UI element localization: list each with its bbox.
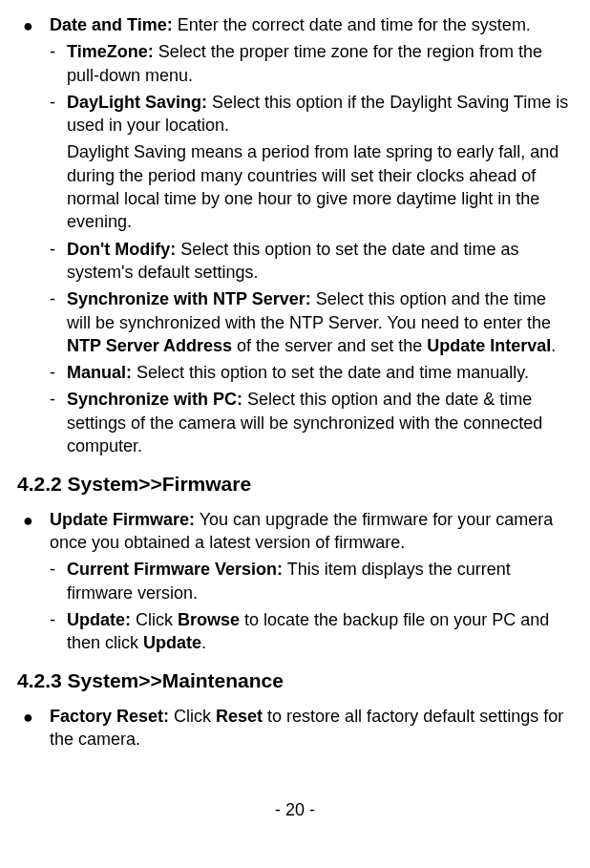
ntp-text-mid: of the server and set the — [232, 336, 427, 355]
daylight-item: - DayLight Saving: Select this option if… — [50, 91, 573, 138]
date-time-label-bold: Date and Time: — [50, 15, 173, 34]
update-firmware-label: Update Firmware: — [50, 510, 195, 529]
ntp-text-after: . — [551, 336, 556, 355]
timezone-text: TimeZone: Select the proper time zone fo… — [67, 40, 573, 87]
ntp-item: - Synchronize with NTP Server: Select th… — [50, 287, 573, 357]
dash-icon: - — [50, 361, 67, 384]
dont-modify-item: - Don't Modify: Select this option to se… — [50, 238, 573, 285]
factory-reset-text-before: Click — [169, 707, 216, 726]
update-bold1: Browse — [178, 610, 240, 629]
manual-text: Manual: Select this option to set the da… — [67, 361, 573, 384]
factory-reset-item: ● Factory Reset: Click Reset to restore … — [17, 705, 573, 752]
page-number: - 20 - — [17, 798, 573, 821]
dash-icon: - — [50, 287, 67, 357]
current-version-text: Current Firmware Version: This item disp… — [67, 558, 573, 604]
date-time-desc: Enter the correct date and time for the … — [173, 15, 531, 34]
manual-label: Manual: — [67, 363, 132, 382]
ntp-bold1: NTP Server Address — [67, 336, 232, 355]
dash-icon: - — [50, 558, 67, 604]
update-text-after: . — [201, 633, 206, 652]
update-sub-text: Update: Click Browse to locate the backu… — [67, 608, 573, 655]
bullet-icon: ● — [17, 705, 50, 752]
sync-pc-text: Synchronize with PC: Select this option … — [67, 388, 573, 457]
ntp-label: Synchronize with NTP Server: — [67, 289, 311, 308]
factory-reset-line: Factory Reset: Click Reset to restore al… — [50, 707, 563, 749]
daylight-para: Daylight Saving means a period from late… — [67, 140, 573, 233]
date-time-label: Date and Time: Enter the correct date an… — [50, 15, 531, 34]
factory-reset-label: Factory Reset: — [50, 707, 169, 726]
manual-desc: Select this option to set the date and t… — [132, 363, 529, 382]
daylight-text: DayLight Saving: Select this option if t… — [67, 91, 573, 138]
update-text-before: Click — [131, 610, 178, 629]
current-version-label: Current Firmware Version: — [67, 560, 283, 579]
update-firmware-content: Update Firmware: You can upgrade the fir… — [50, 508, 573, 655]
dash-icon: - — [50, 91, 67, 138]
bullet-icon: ● — [17, 508, 50, 655]
update-sub-label: Update: — [67, 610, 131, 629]
current-version-item: - Current Firmware Version: This item di… — [50, 558, 573, 604]
dont-modify-text: Don't Modify: Select this option to set … — [67, 238, 573, 285]
dash-icon: - — [50, 608, 67, 655]
factory-reset-content: Factory Reset: Click Reset to restore al… — [50, 705, 573, 752]
update-bold2: Update — [143, 633, 201, 652]
manual-item: - Manual: Select this option to set the … — [50, 361, 573, 384]
sync-pc-item: - Synchronize with PC: Select this optio… — [50, 388, 573, 457]
dash-icon: - — [50, 40, 67, 87]
sync-pc-label: Synchronize with PC: — [67, 390, 242, 409]
timezone-item: - TimeZone: Select the proper time zone … — [50, 40, 573, 87]
update-sub-item: - Update: Click Browse to locate the bac… — [50, 608, 573, 655]
ntp-text: Synchronize with NTP Server: Select this… — [67, 287, 573, 357]
bullet-icon: ● — [17, 13, 50, 457]
heading-firmware: 4.2.2 System>>Firmware — [17, 471, 573, 498]
ntp-bold2: Update Interval — [427, 336, 551, 355]
dash-icon: - — [50, 388, 67, 457]
daylight-label: DayLight Saving: — [67, 93, 207, 112]
update-firmware-item: ● Update Firmware: You can upgrade the f… — [17, 508, 573, 655]
date-time-item: ● Date and Time: Enter the correct date … — [17, 13, 573, 457]
date-time-content: Date and Time: Enter the correct date an… — [50, 13, 573, 457]
heading-maintenance: 4.2.3 System>>Maintenance — [17, 667, 573, 694]
dont-modify-label: Don't Modify: — [67, 240, 176, 259]
factory-reset-bold1: Reset — [216, 707, 263, 726]
update-firmware-line: Update Firmware: You can upgrade the fir… — [50, 510, 553, 552]
timezone-label: TimeZone: — [67, 42, 154, 61]
dash-icon: - — [50, 238, 67, 285]
